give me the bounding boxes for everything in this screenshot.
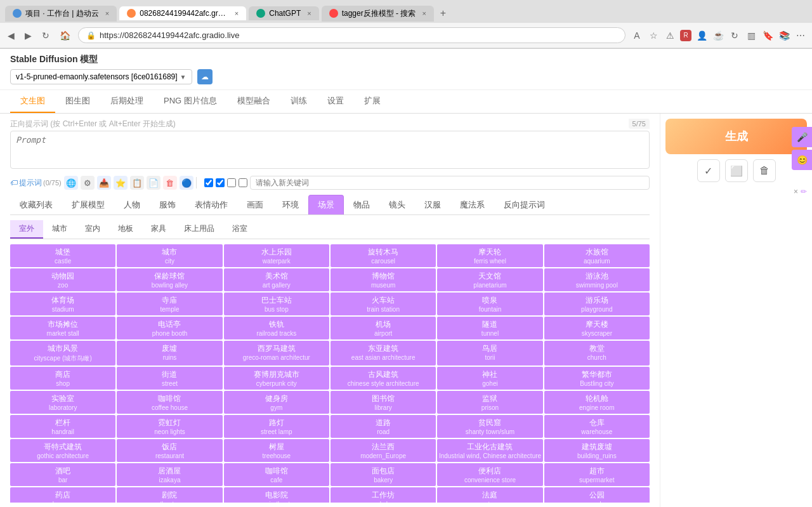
grid-cell-7-4[interactable]: 贫民窟shanty town/slum bbox=[437, 415, 542, 438]
tab-settings[interactable]: 设置 bbox=[317, 90, 354, 113]
grid-cell-6-4[interactable]: 监狱prison bbox=[437, 391, 542, 414]
extension-icon-1[interactable]: R bbox=[680, 30, 691, 41]
keyword-input[interactable] bbox=[250, 176, 650, 190]
cat-tab-hanfu[interactable]: 汉服 bbox=[415, 195, 450, 214]
model-dropdown[interactable]: v1-5-pruned-emaonly.safetensors [6ce0161… bbox=[10, 69, 192, 84]
grid-cell-6-5[interactable]: 轮机舱engine room bbox=[544, 391, 650, 414]
url-box[interactable]: 🔒 https://08268244199442afc.gradio.live bbox=[78, 27, 625, 43]
cloud-sync-button[interactable]: ☁ bbox=[197, 69, 213, 84]
grid-cell-8-2[interactable]: 树屋treehouse bbox=[224, 439, 329, 462]
grid-cell-5-2[interactable]: 赛博朋克城市cyberpunk city bbox=[224, 367, 329, 390]
collections-icon[interactable]: 📚 bbox=[778, 29, 790, 42]
tab-extend[interactable]: 扩展 bbox=[354, 90, 391, 113]
grid-cell-7-0[interactable]: 栏杆handrail bbox=[10, 415, 115, 438]
warning-icon[interactable]: ⚠ bbox=[664, 29, 676, 42]
grid-cell-8-0[interactable]: 哥特式建筑gothic architecture bbox=[10, 439, 115, 462]
grid-cell-3-4[interactable]: 隧道tunnel bbox=[437, 317, 542, 339]
cat-tab-character[interactable]: 人物 bbox=[114, 195, 150, 214]
grid-cell-4-0[interactable]: 城市风景cityscape (城市鸟瞰) bbox=[10, 341, 115, 365]
grid-cell-9-2[interactable]: 咖啡馆cafe bbox=[224, 463, 329, 486]
tab-3[interactable]: tagger反推模型 - 搜索 × bbox=[322, 6, 434, 22]
grid-cell-9-1[interactable]: 居酒屋izakaya bbox=[117, 463, 222, 486]
grid-cell-0-3[interactable]: 旋转木马carousel bbox=[331, 244, 436, 267]
back-button[interactable]: ◀ bbox=[5, 28, 17, 43]
prompt-textarea[interactable] bbox=[10, 131, 650, 169]
tag-btn-paste[interactable]: 📄 bbox=[147, 176, 160, 190]
grid-cell-3-5[interactable]: 摩天楼skyscraper bbox=[544, 317, 650, 339]
cat-tab-favorites[interactable]: 收藏列表 bbox=[10, 195, 62, 214]
tab-1[interactable]: 08268244199442afc.gradio.live × bbox=[119, 6, 246, 20]
grid-cell-2-5[interactable]: 游乐场playground bbox=[544, 293, 650, 315]
checkbox-1[interactable] bbox=[204, 178, 213, 187]
grid-cell-10-1[interactable]: 剧院theater bbox=[117, 487, 222, 503]
tag-label[interactable]: 🏷 提示词 (0/75) bbox=[10, 178, 62, 188]
square-icon-btn[interactable]: ⬜ bbox=[725, 159, 748, 182]
cat-tab-items[interactable]: 物品 bbox=[344, 195, 379, 214]
cat-tab-magic[interactable]: 魔法系 bbox=[450, 195, 494, 214]
grid-cell-2-1[interactable]: 寺庙temple bbox=[117, 293, 222, 315]
tag-btn-star[interactable]: ⭐ bbox=[114, 176, 128, 190]
refresh-button[interactable]: ↻ bbox=[39, 28, 52, 43]
tab-png[interactable]: PNG 图片信息 bbox=[154, 90, 227, 113]
extension-icon-2[interactable]: 👤 bbox=[695, 29, 708, 42]
checkbox-3[interactable] bbox=[227, 178, 236, 187]
grid-cell-7-5[interactable]: 仓库warehouse bbox=[544, 415, 650, 438]
checkbox-4[interactable] bbox=[239, 178, 247, 187]
tag-btn-copy[interactable]: 📋 bbox=[130, 176, 144, 190]
grid-cell-4-2[interactable]: 西罗马建筑greco-roman architectur bbox=[224, 341, 329, 365]
grid-cell-4-5[interactable]: 教堂church bbox=[544, 341, 650, 365]
grid-cell-1-1[interactable]: 保龄球馆bowling alley bbox=[117, 268, 222, 291]
grid-cell-10-2[interactable]: 电影院movie theater bbox=[224, 487, 329, 503]
generate-button[interactable]: 生成 bbox=[665, 119, 807, 154]
tab-0-close[interactable]: × bbox=[105, 10, 109, 17]
cat-tab-env[interactable]: 环境 bbox=[273, 195, 308, 214]
tag-btn-circle[interactable]: 🔵 bbox=[180, 176, 193, 190]
grid-cell-2-2[interactable]: 巴士车站bus stop bbox=[224, 293, 329, 315]
tab-tusheng[interactable]: 图生图 bbox=[55, 90, 100, 113]
grid-cell-2-0[interactable]: 体育场stadium bbox=[10, 293, 115, 315]
cat-tab-expression[interactable]: 表情动作 bbox=[185, 195, 237, 214]
more-icon[interactable]: ⋯ bbox=[794, 29, 807, 42]
grid-cell-1-3[interactable]: 博物馆museum bbox=[331, 268, 436, 291]
grid-cell-10-5[interactable]: 公园park bbox=[544, 487, 650, 503]
grid-cell-4-4[interactable]: 鸟居torii bbox=[437, 341, 542, 365]
tab-2[interactable]: ChatGPT × bbox=[249, 6, 318, 20]
grid-cell-9-3[interactable]: 面包店bakery bbox=[331, 463, 436, 486]
cat-tab-scene2[interactable]: 场景 bbox=[308, 195, 344, 214]
sub-tab-furniture[interactable]: 家具 bbox=[142, 220, 175, 239]
grid-cell-5-1[interactable]: 街道street bbox=[117, 367, 222, 390]
grid-cell-6-3[interactable]: 图书馆library bbox=[331, 391, 436, 414]
grid-cell-10-0[interactable]: 药店pharmacy bbox=[10, 487, 115, 503]
tab-wensheng[interactable]: 文生图 bbox=[10, 90, 55, 113]
side-tool-mic[interactable]: 🎤 bbox=[792, 127, 812, 147]
grid-cell-9-5[interactable]: 超市supermarket bbox=[544, 463, 650, 486]
cat-tab-clothing[interactable]: 服饰 bbox=[150, 195, 185, 214]
grid-cell-3-1[interactable]: 电话亭phone booth bbox=[117, 317, 222, 339]
grid-cell-5-4[interactable]: 神社gohei bbox=[437, 367, 542, 390]
grid-cell-1-5[interactable]: 游泳池swimming pool bbox=[544, 268, 650, 291]
tab-model-merge[interactable]: 模型融合 bbox=[227, 90, 280, 113]
grid-cell-8-4[interactable]: 工业化古建筑Industrial wind, Chinese architect… bbox=[437, 439, 542, 462]
tab-0[interactable]: 项目 · 工作台 | 趋动云 × bbox=[5, 6, 117, 22]
grid-cell-5-0[interactable]: 商店shop bbox=[10, 367, 115, 390]
grid-cell-6-2[interactable]: 健身房gym bbox=[224, 391, 329, 414]
trash-icon-btn[interactable]: 🗑 bbox=[753, 159, 776, 182]
grid-cell-1-0[interactable]: 动物园zoo bbox=[10, 268, 115, 291]
grid-cell-9-0[interactable]: 酒吧bar bbox=[10, 463, 115, 486]
cat-tab-negative[interactable]: 反向提示词 bbox=[494, 195, 554, 214]
sub-tab-indoor[interactable]: 室内 bbox=[76, 220, 109, 239]
new-tab-button[interactable]: + bbox=[436, 6, 450, 20]
grid-cell-1-2[interactable]: 美术馆art gallery bbox=[224, 268, 329, 291]
sidebar-icon[interactable]: ▥ bbox=[745, 29, 757, 42]
grid-cell-6-0[interactable]: 实验室laboratory bbox=[10, 391, 115, 414]
grid-cell-10-3[interactable]: 工作坊workshop bbox=[331, 487, 436, 503]
grid-cell-7-3[interactable]: 道路road bbox=[331, 415, 436, 438]
extension-icon-3[interactable]: ☕ bbox=[712, 29, 724, 42]
grid-cell-9-4[interactable]: 便利店convenience store bbox=[437, 463, 542, 486]
cat-tab-scene[interactable]: 画面 bbox=[237, 195, 273, 214]
side-tool-smiley[interactable]: 😊 bbox=[792, 150, 812, 170]
grid-cell-8-3[interactable]: 法兰西modern_Europe bbox=[331, 439, 436, 462]
grid-cell-10-4[interactable]: 法庭courtroom bbox=[437, 487, 542, 503]
grid-cell-3-2[interactable]: 铁轨railroad tracks bbox=[224, 317, 329, 339]
grid-cell-6-1[interactable]: 咖啡馆coffee house bbox=[117, 391, 222, 414]
